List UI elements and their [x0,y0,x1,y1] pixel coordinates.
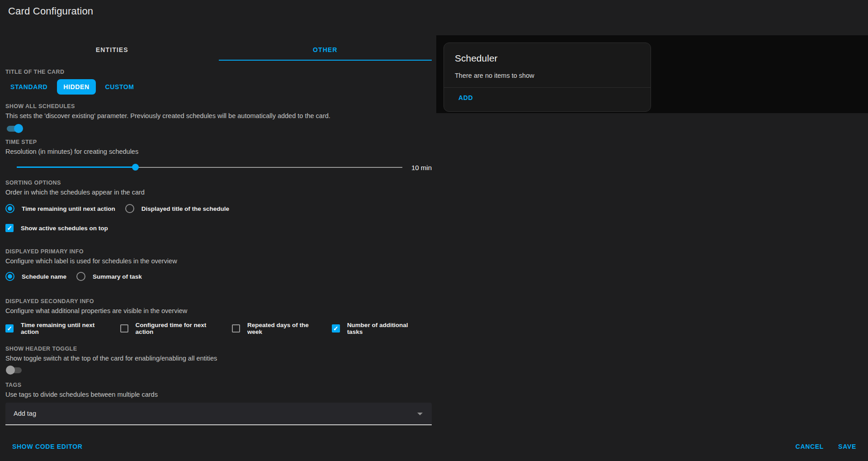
tab-other[interactable]: OTHER [219,40,432,61]
section-header: SORTING OPTIONS [5,180,432,186]
show-header-toggle[interactable] [5,366,24,375]
preview-empty-message: There are no items to show [455,72,534,79]
radio-unselected-icon[interactable] [125,204,134,213]
sorting-radio-group: Time remaining until next action Display… [5,204,432,213]
section-sorting-options: SORTING OPTIONS Order in which the sched… [5,180,432,232]
option-label: Displayed title of the schedule [142,205,229,212]
section-description: This sets the 'discover existing' parame… [5,112,432,119]
show-all-schedules-toggle[interactable] [5,124,24,133]
chevron-down-icon[interactable] [417,413,423,415]
section-header: SHOW ALL SCHEDULES [5,103,432,109]
add-tag-placeholder: Add tag [14,410,36,417]
radio-unselected-icon[interactable] [76,272,85,281]
section-time-step: TIME STEP Resolution (in minutes) for cr… [5,139,432,173]
section-show-all-schedules: SHOW ALL SCHEDULES This sets the 'discov… [5,103,432,133]
card-preview-area: Scheduler There are no items to show ADD [436,35,868,113]
section-header: SHOW HEADER TOGGLE [5,346,432,352]
primary-info-radio-group: Schedule name Summary of task [5,272,432,281]
option-label: Number of additional tasks [347,322,422,335]
section-displayed-secondary-info: DISPLAYED SECONDARY INFO Configure what … [5,298,432,335]
title-hidden-button[interactable]: HIDDEN [57,79,95,95]
section-displayed-primary-info: DISPLAYED PRIMARY INFO Configure which l… [5,248,432,281]
section-header: TAGS [5,382,432,388]
schedule-name-radio[interactable]: Schedule name [5,272,66,281]
page-title: Card Configuration [8,5,93,17]
title-mode-button-group: STANDARD HIDDEN CUSTOM [5,79,432,95]
tab-bar: ENTITIES OTHER [5,40,432,61]
option-label: Schedule name [22,273,66,280]
radio-selected-icon[interactable] [5,204,14,213]
add-tag-dropdown[interactable]: Add tag [5,403,432,425]
section-description: Configure what additional properties are… [5,307,432,314]
checkbox-unchecked-icon[interactable]: ✓ [232,324,240,333]
option-label: Show active schedules on top [21,225,108,232]
section-description: Configure which label is used for schedu… [5,257,432,265]
sort-by-title-radio[interactable]: Displayed title of the schedule [125,204,229,213]
section-header: DISPLAYED PRIMARY INFO [5,248,432,255]
toggle-knob-icon[interactable] [14,124,23,133]
section-description: Use tags to divide schedules between mul… [5,391,432,398]
preview-card-title: Scheduler [455,53,498,64]
sort-by-time-remaining-radio[interactable]: Time remaining until next action [5,204,115,213]
time-remaining-checkbox[interactable]: ✓ Time remaining until next action [5,322,110,335]
option-label: Repeated days of the week [247,322,322,335]
section-title-of-card: TITLE OF THE CARD STANDARD HIDDEN CUSTOM [5,69,432,95]
dialog-actions: CANCEL SAVE [796,443,856,450]
section-description: Show toggle switch at the top of the car… [5,355,432,362]
checkbox-checked-icon[interactable]: ✓ [5,324,14,333]
radio-selected-icon[interactable] [5,272,14,281]
scheduler-preview-card: Scheduler There are no items to show ADD [443,43,651,112]
toggle-knob-icon[interactable] [6,366,15,375]
check-icon: ✓ [7,325,12,332]
card-configuration-dialog: Card Configuration ENTITIES OTHER TITLE … [0,0,868,461]
show-active-on-top-checkbox[interactable]: ✓ Show active schedules on top [5,224,108,232]
secondary-info-checkbox-group: ✓ Time remaining until next action ✓ Con… [5,322,432,335]
sorting-checkbox-row: ✓ Show active schedules on top [5,224,432,232]
slider-thumb[interactable] [132,164,139,171]
title-custom-button[interactable]: CUSTOM [100,79,139,95]
add-button[interactable]: ADD [458,94,473,101]
configured-time-checkbox[interactable]: ✓ Configured time for next action [120,322,222,335]
option-label: Summary of task [93,273,142,280]
show-code-editor-button[interactable]: SHOW CODE EDITOR [12,443,83,450]
check-icon: ✓ [333,325,339,332]
save-button[interactable]: SAVE [838,443,856,450]
checkbox-checked-icon[interactable]: ✓ [5,224,14,232]
slider-active-track [17,166,136,168]
summary-of-task-radio[interactable]: Summary of task [76,272,142,281]
time-step-value: 10 min [411,164,432,171]
option-label: Time remaining until next action [21,322,110,335]
time-step-slider[interactable]: 10 min [5,162,432,173]
section-description: Order in which the schedules appear in t… [5,189,432,196]
option-label: Time remaining until next action [22,205,115,212]
repeated-days-checkbox[interactable]: ✓ Repeated days of the week [232,322,322,335]
section-header: TIME STEP [5,139,432,145]
section-show-header-toggle: SHOW HEADER TOGGLE Show toggle switch at… [5,346,432,375]
tab-entities[interactable]: ENTITIES [5,40,219,61]
section-description: Resolution (in minutes) for creating sch… [5,148,432,155]
title-standard-button[interactable]: STANDARD [5,79,52,95]
checkbox-checked-icon[interactable]: ✓ [332,324,340,333]
checkbox-unchecked-icon[interactable]: ✓ [120,324,128,333]
additional-tasks-checkbox[interactable]: ✓ Number of additional tasks [332,322,422,335]
section-header: DISPLAYED SECONDARY INFO [5,298,432,304]
section-header: TITLE OF THE CARD [5,69,432,75]
option-label: Configured time for next action [136,322,222,335]
cancel-button[interactable]: CANCEL [796,443,824,450]
section-tags: TAGS Use tags to divide schedules betwee… [5,382,432,425]
check-icon: ✓ [7,225,12,231]
divider [444,87,651,88]
